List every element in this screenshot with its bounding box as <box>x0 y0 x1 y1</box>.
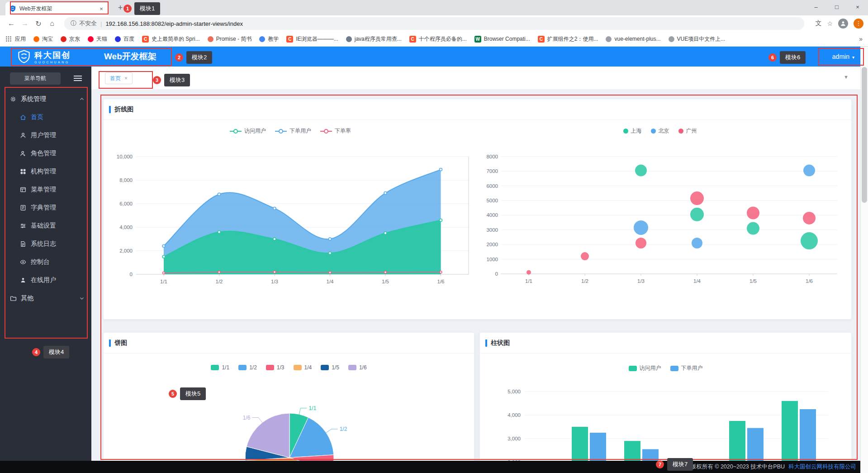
favicon-icon: C <box>286 36 293 43</box>
browser-menu-update-icon[interactable]: ⋮ <box>854 19 863 29</box>
legend-label: 1/1 <box>222 364 229 371</box>
menu-nav-button[interactable]: 菜单导航 <box>10 72 61 85</box>
bar-chart[interactable]: 01,0002,0003,0004,0005,0001/11/21/31/41/… <box>493 378 837 473</box>
bar-chart-panel: 柱状图 访问用户下单用户 01,0002,0003,0004,0005,0001… <box>479 332 852 473</box>
sidebar-item-基础设置[interactable]: 基础设置 <box>0 217 91 235</box>
sidebar-item-label: 菜单管理 <box>31 186 56 194</box>
sidebar-item-菜单管理[interactable]: 菜单管理 <box>0 181 91 199</box>
window-close-button[interactable]: × <box>847 0 868 15</box>
legend-label: 下单用户 <box>681 364 703 372</box>
reload-button[interactable]: ↻ <box>32 19 45 28</box>
pie-chart[interactable]: 1/11/21/6 <box>176 383 403 473</box>
legend-item[interactable]: 1/4 <box>294 364 312 371</box>
sidebar-item-字典管理[interactable]: 字典管理 <box>0 199 91 217</box>
user-menu[interactable]: admin▾ <box>832 47 854 67</box>
sidebar-item-label: 字典管理 <box>31 204 56 212</box>
brand-logo[interactable]: 科大国创 GUOCHUANG <box>17 50 71 65</box>
tab-close-icon[interactable]: × <box>124 75 128 81</box>
site-info-icon[interactable]: ⓘ <box>71 19 76 28</box>
sidebar-item-系统日志[interactable]: 系统日志 <box>0 235 91 253</box>
url-field[interactable]: ⓘ 不安全 | 192.168.156.188:8082/eip-admin-s… <box>64 17 804 30</box>
svg-text:1000: 1000 <box>486 257 498 262</box>
bookmark-item[interactable]: 天猫 <box>88 35 107 43</box>
legend-item[interactable]: 1/6 <box>348 364 367 371</box>
bookmark-item[interactable]: C史上最简单的 Spri... <box>142 35 200 43</box>
browser-tab[interactable]: Web开发框架 × <box>5 2 109 15</box>
bookmark-item[interactable]: vue-element-plus... <box>606 36 660 42</box>
sidebar-item-首页[interactable]: 首页 <box>0 108 91 126</box>
legend-item[interactable]: 1/1 <box>211 364 229 371</box>
legend-item[interactable]: 1/2 <box>238 364 257 371</box>
title-accent-bar <box>109 106 111 113</box>
bookmarks-overflow-icon[interactable]: » <box>859 35 863 43</box>
bookmark-item[interactable]: C扩展组件之2：使用... <box>538 35 598 43</box>
legend-item[interactable]: 1/3 <box>266 364 285 371</box>
sidebar-item-label: 系统日志 <box>31 240 56 248</box>
bookmark-item[interactable]: Promise - 简书 <box>208 35 252 43</box>
new-tab-button[interactable]: + <box>115 3 126 14</box>
legend-item[interactable]: 1/5 <box>321 364 339 371</box>
svg-text:4000: 4000 <box>486 212 498 218</box>
translate-icon[interactable]: 文 <box>815 19 821 28</box>
line-area-chart[interactable]: 02,0004,0006,0008,00010,0001/11/21/31/41… <box>114 125 476 297</box>
sidebar-item-机构管理[interactable]: 机构管理 <box>0 162 91 181</box>
back-button[interactable]: ← <box>5 19 18 28</box>
bookmark-item[interactable]: C十个程序员必备的... <box>409 35 467 43</box>
bookmarks-bar: 应用淘宝京东天猫百度C史上最简单的 Spri...Promise - 简书教学C… <box>0 32 868 47</box>
scrollbar-thumb[interactable] <box>862 67 867 203</box>
bookmark-star-icon[interactable]: ☆ <box>827 20 833 27</box>
svg-text:1/1: 1/1 <box>160 279 167 284</box>
svg-text:5,000: 5,000 <box>508 389 521 394</box>
bookmark-item[interactable]: java程序员常用查... <box>346 35 402 43</box>
bookmark-item[interactable]: 淘宝 <box>33 35 53 43</box>
chevron-down-icon <box>80 296 84 301</box>
sidebar-group-其他[interactable]: 其他 <box>0 289 91 307</box>
profile-avatar[interactable] <box>838 19 848 29</box>
legend-label: 1/6 <box>359 364 367 371</box>
sidebar-group-系统管理[interactable]: 系统管理 <box>0 90 91 108</box>
favicon-icon <box>208 36 213 42</box>
bookmark-item[interactable]: VUE项目中文件上... <box>669 35 726 43</box>
bookmark-item[interactable]: CIE浏览器———... <box>286 35 338 43</box>
tab-list-dropdown-icon[interactable]: ▼ <box>844 74 849 80</box>
bookmark-label: 京东 <box>69 35 80 43</box>
username: admin <box>832 53 849 60</box>
company-link[interactable]: 科大国创云网科技有限公司 <box>788 463 856 471</box>
page-scrollbar[interactable] <box>860 47 868 473</box>
legend-label: 访问用户 <box>640 364 661 372</box>
favicon-icon <box>346 36 352 42</box>
forward-button[interactable]: → <box>18 19 32 28</box>
bookmark-item[interactable]: 京东 <box>61 35 80 43</box>
bookmark-label: Promise - 简书 <box>216 35 252 43</box>
svg-text:1/1: 1/1 <box>525 278 532 284</box>
bubble-chart[interactable]: 0100020003000400050006000700080001/11/21… <box>484 125 841 297</box>
favicon-icon <box>88 36 94 42</box>
sidebar-item-角色管理[interactable]: 角色管理 <box>0 144 91 162</box>
sidebar: 菜单导航 系统管理首页用户管理角色管理机构管理菜单管理字典管理基础设置系统日志控… <box>0 67 91 473</box>
svg-text:1/3: 1/3 <box>637 278 645 284</box>
hamburger-icon[interactable] <box>73 75 82 83</box>
bookmark-item[interactable]: 教学 <box>259 35 279 43</box>
tab-close-icon[interactable]: × <box>98 5 105 12</box>
favicon-icon <box>61 36 66 42</box>
sidebar-item-label: 首页 <box>31 113 43 121</box>
panel-title-bar: 柱状图 <box>480 333 851 354</box>
sidebar-item-控制台[interactable]: 控制台 <box>0 253 91 271</box>
legend-item[interactable]: 下单用户 <box>670 364 703 372</box>
window-maximize-button[interactable]: □ <box>826 0 847 15</box>
bookmark-item[interactable]: 应用 <box>5 35 26 43</box>
console-icon <box>20 259 26 265</box>
bookmark-item[interactable]: WBrowser Compati... <box>474 36 530 43</box>
sidebar-item-在线用户[interactable]: 在线用户 <box>0 271 91 289</box>
bookmark-item[interactable]: 百度 <box>115 35 134 43</box>
bookmark-label: Browser Compati... <box>484 36 530 42</box>
log-icon <box>20 241 26 247</box>
home-icon <box>20 114 26 120</box>
window-minimize-button[interactable]: – <box>806 0 826 15</box>
sidebar-item-label: 角色管理 <box>31 149 56 158</box>
tab-home[interactable]: 首页 × <box>105 72 133 84</box>
legend-item[interactable]: 访问用户 <box>629 364 661 372</box>
bookmark-label: 百度 <box>123 35 134 43</box>
sidebar-item-用户管理[interactable]: 用户管理 <box>0 126 91 144</box>
home-button[interactable]: ⌂ <box>45 19 59 28</box>
